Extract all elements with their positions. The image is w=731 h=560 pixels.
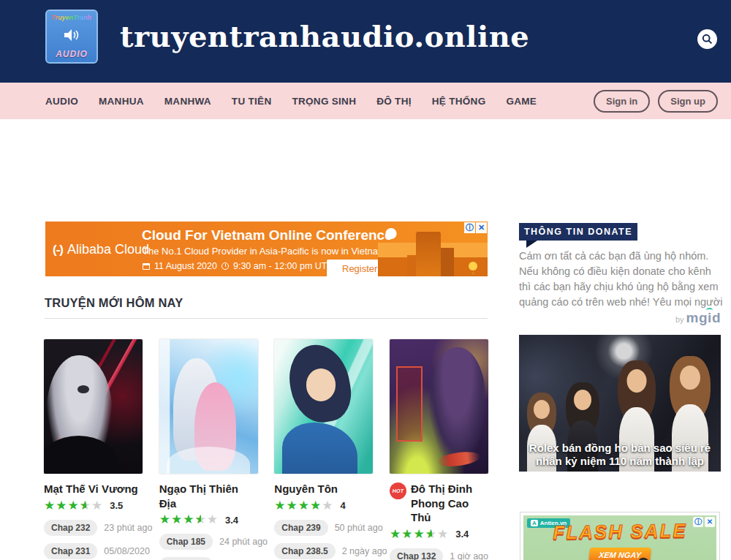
comic-card: Ngạo Thị Thiên Địa ★★★★★★ 3.4 Chap 185 2… — [159, 339, 258, 560]
rating-value: 3.4 — [455, 529, 469, 540]
page-title: truyentranhaudio.online — [120, 19, 529, 53]
chapter-button[interactable]: Chap 132 — [390, 548, 443, 560]
alibaba-ad-banner[interactable]: (-) Alibaba Cloud Cloud For Vietnam Onli… — [45, 222, 488, 276]
alibaba-cloud-logo: (-) Alibaba Cloud — [53, 242, 149, 257]
chapter-time: 23 phút ago — [104, 523, 152, 533]
search-icon — [702, 34, 713, 45]
ad-date: 11 August 2020 — [154, 261, 217, 271]
nav-item-do-thi[interactable]: ĐÔ THỊ — [376, 96, 412, 107]
comic-cover[interactable] — [44, 339, 143, 474]
comic-grid: Mạt Thế Vi Vương ★★★★★★ 3.5 Chap 232 23 … — [44, 339, 488, 560]
chapter-button[interactable]: Chap 232 — [44, 520, 97, 536]
logo-text-top: TruyenTranh — [52, 14, 92, 21]
ad-subtitle: The No.1 Cloud Provider in Asia-Pacific … — [143, 246, 386, 257]
mgid-logo: mgid — [686, 310, 721, 325]
ad-title: Cloud For Vietnam Online Conference — [142, 227, 393, 243]
comic-card: Nguyên Tôn ★★★★★ 4 Chap 239 50 phút ago … — [274, 339, 373, 560]
comic-cover[interactable] — [274, 339, 373, 474]
nav-item-audio[interactable]: AUDIO — [45, 96, 78, 107]
logo-text-bottom: AUDIO — [56, 49, 88, 59]
rating-stars: ★★★★★★ — [44, 499, 103, 512]
comic-cover[interactable] — [390, 339, 488, 474]
nav-item-he-thong[interactable]: HỆ THỐNG — [432, 96, 486, 107]
site-logo[interactable]: TruyenTranh AUDIO — [45, 10, 98, 64]
comic-title[interactable]: Đô Thị Đỉnh Phong Cao Thủ — [411, 482, 488, 525]
comic-title[interactable]: Nguyên Tôn — [274, 482, 338, 496]
ad-close-icon[interactable]: ✕ — [705, 517, 715, 527]
rating-stars: ★★★★★★ — [159, 513, 219, 526]
sign-in-button[interactable]: Sign in — [594, 90, 650, 113]
donate-text: Cám ơn tất cả các bạn đã ủng hộ nhóm. Nế… — [519, 249, 724, 310]
chapter-time: 05/08/2020 — [104, 546, 150, 556]
comic-cover[interactable] — [159, 339, 258, 474]
ad-info-icon[interactable]: ⓘ — [464, 222, 475, 233]
alibaba-brand-text: Alibaba Cloud — [67, 242, 149, 257]
nav-item-game[interactable]: GAME — [506, 96, 537, 107]
comic-title[interactable]: Mạt Thế Vi Vương — [44, 482, 138, 496]
rating-stars: ★★★★★ — [274, 499, 333, 512]
chapter-button[interactable]: Chap 231 — [44, 543, 97, 559]
mgid-by-label: by — [675, 315, 684, 324]
clock-icon — [221, 262, 229, 270]
native-ad-caption[interactable]: Rolex bán đồng hồ bản sao siêu rẻ nhân k… — [522, 442, 718, 469]
ad-info-icon[interactable]: ⓘ — [693, 517, 703, 527]
section-title: TRUYỆN MỚI HÔM NAY — [45, 296, 183, 310]
speaker-icon — [64, 29, 80, 42]
chapter-time: 2 ngày ago — [342, 546, 387, 556]
rating-value: 3.4 — [225, 515, 238, 526]
chapter-button[interactable]: Chap 239 — [274, 520, 327, 536]
chapter-time: 24 phút ago — [219, 537, 268, 547]
comic-title[interactable]: Ngạo Thị Thiên Địa — [159, 482, 258, 510]
calendar-icon — [143, 263, 150, 270]
chapter-time: 50 phút ago — [335, 523, 383, 533]
donate-ribbon: THÔNG TIN DONATE — [519, 223, 637, 241]
comic-card: HOT Đô Thị Đỉnh Phong Cao Thủ ★★★★★★ 3.4… — [390, 339, 488, 560]
header: TruyenTranh AUDIO truyentranhaudio.onlin… — [0, 0, 731, 83]
rating-value: 4 — [341, 500, 346, 511]
flash-sale-title: FLASH SALE — [523, 519, 716, 545]
nav-item-manhwa[interactable]: MANHWA — [164, 96, 211, 107]
flash-ad-inner: AAntien.vn FLASH SALE XEM NGAY ⓘ ✕ — [523, 515, 716, 560]
mgid-attribution[interactable]: bymgid — [519, 310, 721, 326]
ad-close-icon[interactable]: ✕ — [476, 222, 487, 233]
search-button[interactable] — [697, 29, 717, 49]
native-ad[interactable]: Rolex bán đồng hồ bản sao siêu rẻ nhân k… — [519, 335, 721, 472]
comic-card: Mạt Thế Vi Vương ★★★★★★ 3.5 Chap 232 23 … — [44, 339, 143, 560]
alibaba-bracket-icon: (-) — [53, 243, 63, 257]
rating-stars: ★★★★★★ — [390, 528, 449, 541]
nav-item-tu-tien[interactable]: TU TIÊN — [232, 96, 272, 107]
chapter-button[interactable]: Chap 238.5 — [274, 543, 335, 559]
nav-item-manhua[interactable]: MANHUA — [99, 96, 144, 107]
page: TruyenTranh AUDIO truyentranhaudio.onlin… — [0, 0, 731, 560]
flash-sale-ad[interactable]: AAntien.vn FLASH SALE XEM NGAY ⓘ ✕ — [520, 512, 720, 560]
main-nav: AUDIO MANHUA MANHWA TU TIÊN TRỌNG SINH Đ… — [0, 83, 731, 119]
chapter-button[interactable]: Chap 185 — [159, 534, 213, 550]
nav-item-trong-sinh[interactable]: TRỌNG SINH — [292, 96, 356, 107]
sign-up-button[interactable]: Sign up — [658, 90, 718, 113]
chapter-time: 1 giờ ago — [450, 551, 488, 560]
hot-badge: HOT — [390, 483, 406, 499]
chapter-button[interactable]: Chap 184 — [159, 557, 213, 560]
section-divider — [45, 318, 488, 319]
rating-value: 3.5 — [110, 500, 123, 511]
